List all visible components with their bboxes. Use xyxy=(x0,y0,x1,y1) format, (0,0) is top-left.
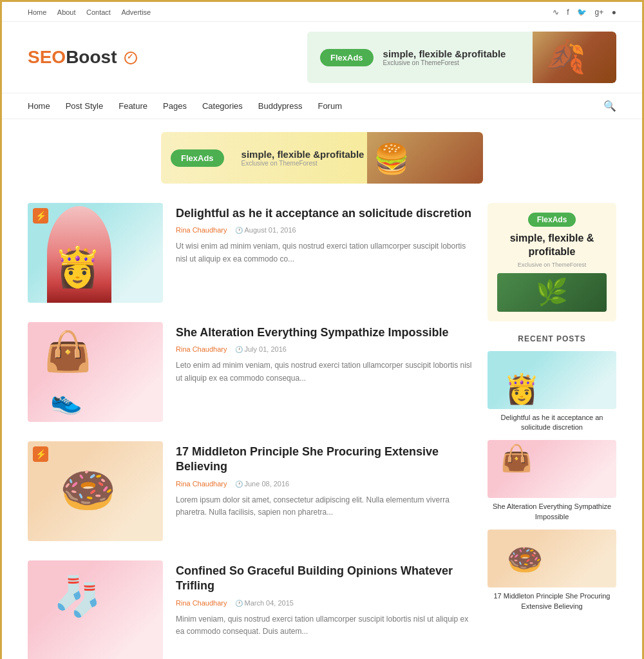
top-nav: Home About Contact Advertise xyxy=(28,6,158,17)
main-nav-home[interactable]: Home xyxy=(28,101,50,111)
main-nav-links: Home Post Style Feature Pages Categories… xyxy=(28,101,342,111)
nav-advertise[interactable]: Advertise xyxy=(121,8,151,16)
post-meta-2: Rina Chaudhary July 01, 2016 xyxy=(176,345,475,353)
wide-banner-image xyxy=(367,132,483,184)
header-ad-banner: FlexAds simple, flexible &profitable Exc… xyxy=(307,32,616,83)
sidebar-ad-image: 🌿 xyxy=(497,273,607,312)
googleplus-icon[interactable]: g+ xyxy=(595,8,604,17)
main-container: ⚡ Delightful as he it acceptance an soli… xyxy=(2,196,642,659)
sidebar-ad: FlexAds simple, flexible & profitable Ex… xyxy=(488,203,616,321)
post-date-3: June 08, 2016 xyxy=(235,480,290,488)
main-nav-buddypress[interactable]: Buddypress xyxy=(258,101,303,111)
post-card: She Alteration Everything Sympathize Imp… xyxy=(28,322,475,422)
sidebar-flexads-button[interactable]: FlexAds xyxy=(528,213,576,227)
post-meta-3: Rina Chaudhary June 08, 2016 xyxy=(176,480,475,488)
rss-icon[interactable]: ∿ xyxy=(553,8,559,17)
main-nav-post-style[interactable]: Post Style xyxy=(66,101,104,111)
recent-posts-title: RECENT POSTS xyxy=(488,334,616,343)
recent-post-title-3[interactable]: 17 Middleton Principle She Procuring Ext… xyxy=(488,591,616,611)
search-icon[interactable]: 🔍 xyxy=(603,100,616,112)
post-meta-4: Rina Chaudhary March 04, 2015 xyxy=(176,599,475,607)
header-ad-subtext: Exclusive on ThemeForest xyxy=(383,59,506,66)
recent-post-thumb-2[interactable] xyxy=(488,440,616,498)
post-card: ⚡ Delightful as he it acceptance an soli… xyxy=(28,203,475,303)
social-icons: ∿ f 🐦 g+ ● xyxy=(547,6,616,17)
recent-post-title-2[interactable]: She Alteration Everything Sympathize Imp… xyxy=(488,502,616,522)
wide-banner-subtext: Exclusive on ThemeForest xyxy=(242,160,365,167)
post-thumbnail-4[interactable] xyxy=(28,560,163,659)
recent-post-item: 17 Middleton Principle She Procuring Ext… xyxy=(488,530,616,611)
post-author-1: Rina Chaudhary xyxy=(176,226,227,234)
wide-banner-text: simple, flexible &profitable Exclusive o… xyxy=(242,149,365,167)
header-ad-image xyxy=(533,32,616,83)
post-thumbnail-3[interactable]: ⚡ xyxy=(28,441,163,541)
post-title-4[interactable]: Confined So Graceful Building Opinions W… xyxy=(176,564,475,594)
post-thumbnail-2[interactable] xyxy=(28,322,163,422)
main-nav-pages[interactable]: Pages xyxy=(163,101,187,111)
post-content-2: She Alteration Everything Sympathize Imp… xyxy=(176,322,475,385)
logo-check-icon xyxy=(124,52,137,64)
main-navigation: Home Post Style Feature Pages Categories… xyxy=(2,93,642,119)
nav-home[interactable]: Home xyxy=(28,8,46,16)
wide-banner-headline: simple, flexible &profitable xyxy=(242,149,365,160)
post-card: Confined So Graceful Building Opinions W… xyxy=(28,560,475,659)
main-nav-feature[interactable]: Feature xyxy=(118,101,147,111)
logo-boost: Boost xyxy=(66,47,117,67)
post-author-3: Rina Chaudhary xyxy=(176,480,227,488)
site-header: SEOBoost FlexAds simple, flexible &profi… xyxy=(2,22,642,93)
post-date-2: July 01, 2016 xyxy=(235,345,287,353)
post-title-3[interactable]: 17 Middleton Principle She Procuring Ext… xyxy=(176,444,475,475)
post-content-3: 17 Middleton Principle She Procuring Ext… xyxy=(176,441,475,519)
main-nav-categories[interactable]: Categories xyxy=(202,101,243,111)
post-excerpt-4: Minim veniam, quis nostrud exerci tation… xyxy=(176,613,475,638)
post-card: ⚡ 17 Middleton Principle She Procuring E… xyxy=(28,441,475,541)
sidebar: FlexAds simple, flexible & profitable Ex… xyxy=(488,203,616,659)
nav-about[interactable]: About xyxy=(57,8,76,16)
post-meta-1: Rina Chaudhary August 01, 2016 xyxy=(176,226,475,234)
facebook-icon[interactable]: f xyxy=(567,8,569,17)
main-nav-forum[interactable]: Forum xyxy=(317,101,342,111)
post-excerpt-3: Lorem ipsum dolor sit amet, consectetur … xyxy=(176,494,475,519)
post-author-4: Rina Chaudhary xyxy=(176,599,227,607)
recent-post-item: Delightful as he it acceptance an solici… xyxy=(488,351,616,433)
post-title-1[interactable]: Delightful as he it acceptance an solici… xyxy=(176,206,475,221)
post-author-2: Rina Chaudhary xyxy=(176,345,227,353)
post-content-1: Delightful as he it acceptance an solici… xyxy=(176,203,475,265)
recent-post-thumb-1[interactable] xyxy=(488,351,616,409)
posts-column: ⚡ Delightful as he it acceptance an soli… xyxy=(28,203,475,659)
post-thumbnail-1[interactable]: ⚡ xyxy=(28,203,163,303)
nav-contact[interactable]: Contact xyxy=(86,8,111,16)
logo-seo: SEO xyxy=(28,47,66,67)
header-flexads-button[interactable]: FlexAds xyxy=(320,49,374,66)
post-excerpt-2: Leto enim ad minim veniam, quis nostrud … xyxy=(176,359,475,384)
wide-banner: FlexAds simple, flexible &profitable Exc… xyxy=(161,132,483,184)
recent-post-title-1[interactable]: Delightful as he it acceptance an solici… xyxy=(488,413,616,433)
recent-post-item: She Alteration Everything Sympathize Imp… xyxy=(488,440,616,522)
lightning-badge: ⚡ xyxy=(33,208,48,224)
twitter-icon[interactable]: 🐦 xyxy=(577,8,587,17)
lightning-badge: ⚡ xyxy=(33,446,48,462)
recent-post-thumb-3[interactable] xyxy=(488,530,616,587)
sidebar-ad-subtext: Exclusive on ThemeForest xyxy=(497,262,607,268)
instagram-icon[interactable]: ● xyxy=(612,8,616,17)
post-date-4: March 04, 2015 xyxy=(235,599,294,607)
recent-posts-section: RECENT POSTS Delightful as he it accepta… xyxy=(488,334,616,611)
wide-banner-flexads-button[interactable]: FlexAds xyxy=(171,149,224,167)
top-bar: Home About Contact Advertise ∿ f 🐦 g+ ● xyxy=(2,2,642,22)
header-ad-text: simple, flexible &profitable Exclusive o… xyxy=(383,48,506,66)
post-date-1: August 01, 2016 xyxy=(235,226,296,234)
post-excerpt-1: Ut wisi enim ad minim veniam, quis nostr… xyxy=(176,240,475,265)
post-content-4: Confined So Graceful Building Opinions W… xyxy=(176,560,475,638)
sidebar-ad-headline: simple, flexible & profitable xyxy=(497,232,607,259)
post-title-2[interactable]: She Alteration Everything Sympathize Imp… xyxy=(176,325,475,340)
header-ad-headline: simple, flexible &profitable xyxy=(383,48,506,59)
site-logo[interactable]: SEOBoost xyxy=(28,47,137,68)
